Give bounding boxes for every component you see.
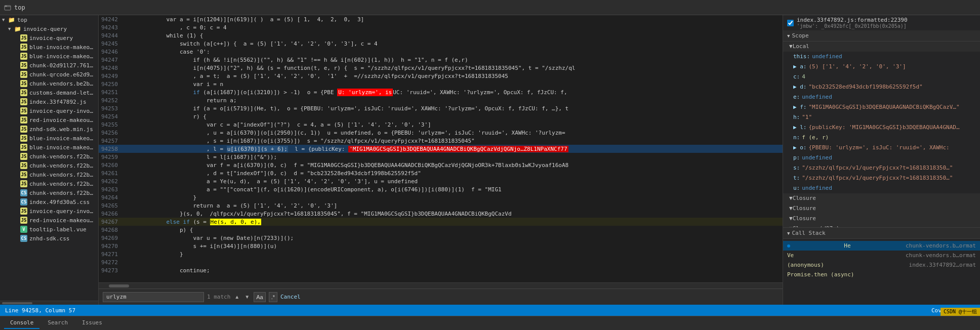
scope-row[interactable]: ▶ f:"MIG1MA0GCSqGSI}b3DQEBAQUAAGNADCBiQK… bbox=[783, 102, 980, 112]
sidebar-item-3[interactable]: JSblue-invoice-makeout-inde bbox=[0, 43, 98, 52]
code-line[interactable]: 94243 , c = 0; c = 4 bbox=[99, 23, 783, 31]
sidebar-item-22[interactable]: JSred-invoice-makeout-suces bbox=[0, 216, 98, 225]
code-line[interactable]: 94271 } bbox=[99, 250, 783, 258]
code-line[interactable]: 94254 r) { bbox=[99, 112, 783, 120]
sidebar-item-1[interactable]: ▼📁invoice-query bbox=[0, 24, 98, 33]
sidebar-item-16[interactable]: JSchunk-vendors.f22be1a9-2. bbox=[0, 161, 98, 170]
search-cancel-button[interactable]: Cancel bbox=[280, 294, 301, 300]
scope-group-header[interactable]: ▼ Closure (d97e) bbox=[783, 224, 980, 228]
callstack-item[interactable]: Vechunk-vendors.b…ormat bbox=[783, 251, 980, 260]
scope-row[interactable]: ▶ a:(5) ['1', '4', '2', '0', '3'] bbox=[783, 62, 980, 72]
code-line[interactable]: 94264 } bbox=[99, 193, 783, 201]
sidebar-item-4[interactable]: JSblue-invoice-makeout-inde bbox=[0, 52, 98, 61]
scope-group-header[interactable]: ▼ Closure bbox=[783, 214, 980, 224]
bottom-tab-issues[interactable]: Issues bbox=[76, 317, 108, 329]
code-line[interactable]: 94262 a = Ye(u, d), a = (5) ['1', '4', '… bbox=[99, 177, 783, 185]
scope-group-header[interactable]: ▼ Local bbox=[783, 42, 980, 52]
code-line[interactable]: 94265 return a a = (5) ['1', '4', '2', '… bbox=[99, 201, 783, 210]
scope-row[interactable]: c:4 bbox=[783, 72, 980, 82]
search-down-button[interactable]: ▼ bbox=[243, 293, 251, 301]
callstack-item[interactable]: Hechunk-vendors.b…ormat bbox=[783, 241, 980, 251]
breakpoint-checkbox[interactable] bbox=[787, 20, 794, 26]
sidebar-item-2[interactable]: JSinvoice-query bbox=[0, 33, 98, 43]
top-bar-title: top bbox=[14, 4, 25, 11]
horizontal-scrollbar[interactable] bbox=[99, 282, 783, 288]
scope-row[interactable]: n:f (e, r) bbox=[783, 133, 980, 143]
sidebar-item-6[interactable]: JSchunk-qrcode.e62d919b.js bbox=[0, 70, 98, 79]
code-line[interactable]: 94249 , a = t; a = (5) ['1', '4', '2', '… bbox=[99, 72, 783, 80]
scope-row[interactable]: p:undefined bbox=[783, 153, 980, 163]
sidebar-item-24[interactable]: CSznhd-sdk.css bbox=[0, 234, 98, 243]
scope-row[interactable]: ▶ d:"bcb232528ed943dcbf1998b625592f5d" bbox=[783, 82, 980, 92]
code-line[interactable]: 94256 , u = a[i(6370)](o[i(2950)](c, 1))… bbox=[99, 129, 783, 137]
sidebar-item-14[interactable]: JSblue-invoice-makeout-inde bbox=[0, 143, 98, 152]
scope-row[interactable]: h:"1" bbox=[783, 112, 980, 122]
code-line[interactable]: 94259 l = l[i(1687)]("&")); bbox=[99, 153, 783, 161]
code-line[interactable]: 94252 return a; bbox=[99, 96, 783, 104]
search-regex-button[interactable]: .* bbox=[269, 292, 277, 302]
scope-row[interactable]: e:undefined bbox=[783, 92, 980, 102]
bottom-tab-search[interactable]: Search bbox=[42, 317, 74, 329]
breakpoint-item[interactable]: index.33f47892.js:formatted:22390'jmbw':… bbox=[783, 15, 980, 30]
scope-row[interactable]: t:"/szzhz/qlfpcx/v1/queryFpjcxx?t=168183… bbox=[783, 173, 980, 183]
code-line[interactable]: 94260 var f = a[i(6370)](0, c) f = "MIG1… bbox=[99, 161, 783, 169]
sidebar-item-9[interactable]: JSindex.33f47892.js bbox=[0, 97, 98, 106]
scope-row[interactable]: ▶ l:{publicKey: 'MIG1MA0GCSqGSI}b3DQEBAQ… bbox=[783, 122, 980, 133]
callstack-item[interactable]: Promise.then (async) bbox=[783, 270, 980, 279]
callstack-function-name: Promise.then (async) bbox=[787, 271, 854, 278]
code-line[interactable]: 94270 s += i[n(344)][n(880)](u) bbox=[99, 242, 783, 250]
code-line[interactable]: 94255 var c = a["indexOf"]("?") c = 4, a… bbox=[99, 120, 783, 129]
sidebar-item-5[interactable]: JSchunk-02d91l27.76191dfd.j bbox=[0, 61, 98, 70]
code-line[interactable]: 94272 bbox=[99, 258, 783, 266]
code-line[interactable]: 94242 var a = i[n(1204)][n(619)]( ) a = … bbox=[99, 15, 783, 23]
code-line[interactable]: 94269 var u = (new Date)[n(7233)](); bbox=[99, 234, 783, 242]
code-line[interactable]: 94244 while (1) { bbox=[99, 31, 783, 39]
code-line[interactable]: 94263 a = ""["concat"](f, o[i(1620)](enc… bbox=[99, 185, 783, 193]
code-line[interactable]: 94247 if (h && !i[n(5562)]("", h) && "1"… bbox=[99, 56, 783, 64]
sidebar-item-7[interactable]: JSchunk-vendors.be2baa11.js bbox=[0, 79, 98, 88]
sidebar-item-20[interactable]: CSindex.49fd30a5.css bbox=[0, 197, 98, 207]
code-line[interactable]: 94258 , l = u[i(6370)](s + 6); l = {publ… bbox=[99, 145, 783, 153]
search-input[interactable] bbox=[103, 292, 204, 302]
sidebar-item-11[interactable]: JSred-invoice-makeout-suces bbox=[0, 115, 98, 125]
callstack-item[interactable]: (anonymous)index.33f47892…ormat bbox=[783, 260, 980, 270]
scope-row[interactable]: this:undefined bbox=[783, 52, 980, 62]
code-line[interactable]: 94245 switch (a[c++]) { a = (5) ['1', '4… bbox=[99, 39, 783, 48]
callstack-header[interactable]: ▼ Call Stack bbox=[783, 228, 980, 239]
code-line[interactable]: 94261 , d = t["indexOf"](0, c) d = "bcb2… bbox=[99, 169, 783, 177]
sidebar-item-8[interactable]: JScustoms-demand-letter-ser bbox=[0, 88, 98, 97]
search-aa-button[interactable]: Aa bbox=[254, 292, 265, 302]
sidebar-item-23[interactable]: Vtooltip-label.vue bbox=[0, 225, 98, 234]
scope-header[interactable]: ▼ Scope bbox=[783, 30, 980, 42]
line-content: , d = t["indexOf"](0, c) d = "bcb232528e… bbox=[124, 169, 783, 177]
code-line[interactable]: 94253 if (a = o[i(5719)](He, t), o = {PB… bbox=[99, 104, 783, 112]
code-line[interactable]: 94257 , s = i[n(1687)](o[i(3755)]) s = "… bbox=[99, 137, 783, 145]
code-line[interactable]: 94273 continue; bbox=[99, 266, 783, 274]
sidebar-item-12[interactable]: JSznhd-sdk.web.min.js bbox=[0, 125, 98, 134]
scope-row[interactable]: s:"/szzhz/qlfpcx/v1/queryFpjcxx?t=168183… bbox=[783, 163, 980, 173]
sidebar-item-10[interactable]: JSinvoice-query-invoice-quer bbox=[0, 106, 98, 115]
sidebar-item-17[interactable]: JSchunk-vendors.f22be1a9-3. bbox=[0, 170, 98, 179]
code-line[interactable]: 94267 else if (s = He(s, d, 0, e), bbox=[99, 218, 783, 226]
js-file-icon: JS bbox=[20, 53, 27, 60]
code-area[interactable]: 94242 var a = i[n(1204)][n(619)]( ) a = … bbox=[99, 15, 783, 282]
code-line[interactable]: 94248 i[n(4075)]("2", h) && (s = functio… bbox=[99, 64, 783, 72]
sidebar-item-19[interactable]: CSchunk-vendors.f22be1a9.css bbox=[0, 188, 98, 197]
code-line[interactable]: 94266 }(s, 0, /qlfpcx/v1/queryFpjcxx?t=1… bbox=[99, 210, 783, 218]
sidebar-item-18[interactable]: JSchunk-vendors.f22be1a9-4. bbox=[0, 179, 98, 188]
sidebar-item-15[interactable]: JSchunk-vendors.f22be1a9-1. bbox=[0, 152, 98, 161]
sidebar-item-0[interactable]: ▼📁top bbox=[0, 15, 98, 24]
code-line[interactable]: 94246 case '0': bbox=[99, 48, 783, 56]
sidebar-content[interactable]: ▼📁top▼📁invoice-queryJSinvoice-queryJSblu… bbox=[0, 15, 98, 301]
scope-row[interactable]: ▶ o:{PBEBU: 'urlyzm=', isJuC: 'ruuid=', … bbox=[783, 143, 980, 153]
scope-row[interactable]: u:undefined bbox=[783, 183, 980, 193]
scope-group-header[interactable]: ▼ Closure bbox=[783, 203, 980, 214]
sidebar-item-21[interactable]: JSinvoice-query-invoice-quer bbox=[0, 207, 98, 216]
code-line[interactable]: 94268 p) { bbox=[99, 226, 783, 234]
code-line[interactable]: 94250 var i = n bbox=[99, 80, 783, 88]
bottom-tab-console[interactable]: Console bbox=[4, 317, 39, 329]
sidebar-item-13[interactable]: JSblue-invoice-makeout-inde bbox=[0, 134, 98, 143]
search-up-button[interactable]: ▲ bbox=[233, 293, 240, 301]
code-line[interactable]: 94251 if (a[i(1687)](o[i(3210)]) > -1) o… bbox=[99, 88, 783, 96]
scope-group-header[interactable]: ▼ Closure bbox=[783, 193, 980, 203]
